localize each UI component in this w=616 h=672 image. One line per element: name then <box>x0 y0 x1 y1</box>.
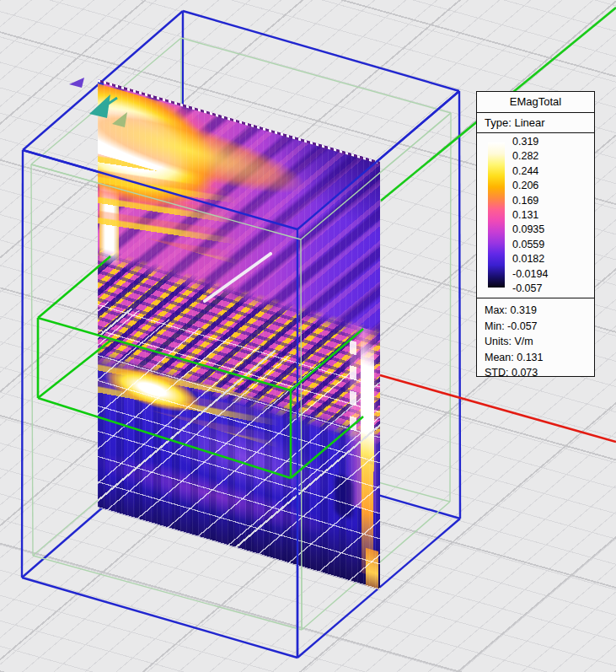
simulation-viewport-screenshot: { "legend": { "title": "EMagTotal", "typ… <box>0 0 616 672</box>
3d-viewport[interactable]: EMagTotal Type: Linear 0.319 0.282 0.244… <box>0 0 616 672</box>
stat-units: Units: V/m <box>485 334 594 350</box>
stat-max: Max: 0.319 <box>485 303 594 319</box>
scale-value: -0.0194 <box>512 268 592 280</box>
scale-value: -0.057 <box>512 282 592 294</box>
scale-value: 0.0559 <box>512 239 592 250</box>
legend-scale-section: 0.319 0.282 0.244 0.206 0.169 0.131 0.09… <box>477 133 594 298</box>
scale-value: 0.244 <box>512 165 592 177</box>
field-cut-plane[interactable] <box>98 79 380 590</box>
scale-value: 0.169 <box>512 195 592 207</box>
scale-value: 0.0182 <box>512 253 592 265</box>
legend-statistics: Max: 0.319 Min: -0.057 Units: V/m Mean: … <box>477 298 594 381</box>
legend-title: EMagTotal <box>477 92 594 113</box>
legend-scale-type: Type: Linear <box>477 113 594 133</box>
legend-scale-values: 0.319 0.282 0.244 0.206 0.169 0.131 0.09… <box>512 136 592 294</box>
scale-value: 0.131 <box>512 209 592 221</box>
stat-min: Min: -0.057 <box>485 319 594 335</box>
scale-value: 0.0935 <box>512 223 592 235</box>
legend-colorbar <box>488 142 505 288</box>
scale-value: 0.319 <box>512 136 592 148</box>
stat-std: STD: 0.073 <box>485 365 594 381</box>
scale-value: 0.206 <box>512 180 592 191</box>
scale-value: 0.282 <box>512 150 592 162</box>
field-plot-legend[interactable]: EMagTotal Type: Linear 0.319 0.282 0.244… <box>476 91 595 377</box>
stat-mean: Mean: 0.131 <box>485 350 594 366</box>
